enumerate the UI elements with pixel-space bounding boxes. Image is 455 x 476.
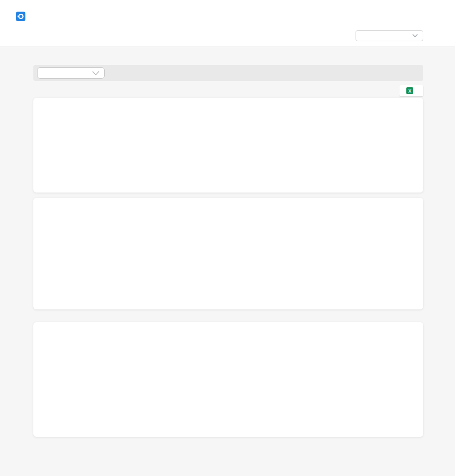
average-call-score-section: [33, 215, 220, 305]
excel-icon: X: [406, 87, 413, 94]
bottom-charts-card: [33, 322, 423, 437]
middle-charts-card: [33, 198, 423, 309]
dashboard-page: X: [0, 0, 455, 476]
errors-per-agent-chart: [241, 224, 399, 303]
chevron-down-icon: [92, 71, 99, 76]
report-row: X: [33, 85, 423, 96]
period-select[interactable]: [356, 30, 423, 41]
chevron-down-icon: [412, 34, 418, 38]
errors-per-agent-section: [220, 215, 423, 305]
calls-duration-chart: [222, 340, 381, 419]
performance-trend-chart: [44, 108, 203, 187]
calls-duration-section: [206, 336, 423, 421]
generate-report-button[interactable]: X: [399, 85, 423, 96]
calls-total-section: [33, 336, 206, 421]
select-agents-dropdown[interactable]: [37, 67, 105, 79]
page-content: X: [0, 47, 455, 476]
logo-icon: [16, 12, 25, 21]
performance-trend-card: [33, 98, 423, 193]
app-header: [0, 0, 455, 47]
app-logo[interactable]: [16, 12, 29, 21]
agents-filter-bar: [33, 65, 423, 81]
calls-total-chart: [48, 340, 206, 419]
svg-text:X: X: [408, 88, 412, 94]
average-call-score-chart: [46, 218, 205, 297]
